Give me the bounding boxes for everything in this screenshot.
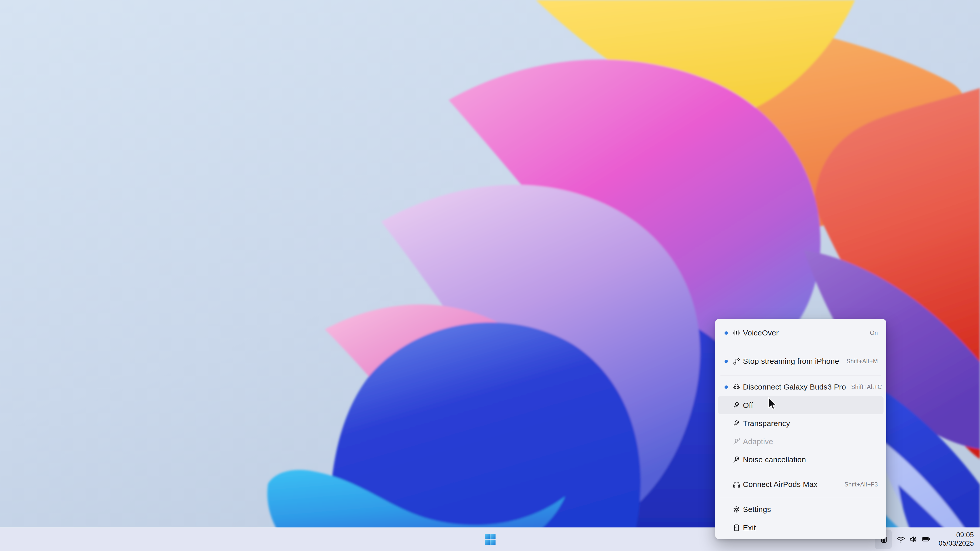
volume-icon [909, 535, 918, 544]
menu-item-label: Adaptive [743, 437, 878, 446]
earbuds-icon [732, 383, 741, 391]
tray-context-menu: VoiceOver On Stop streaming from iPhone … [715, 319, 886, 539]
menu-item-anc-off[interactable]: Off [718, 396, 883, 414]
menu-item-label: Noise cancellation [743, 455, 878, 464]
menu-item-stop-streaming[interactable]: Stop streaming from iPhone Shift+Alt+M [718, 349, 883, 373]
taskbar-clock[interactable]: 09:05 05/03/2025 [939, 531, 974, 548]
menu-separator [721, 471, 881, 471]
active-dot [724, 386, 728, 389]
anc-transparency-icon [732, 419, 741, 428]
menu-item-settings[interactable]: Settings [718, 500, 883, 519]
exit-icon [732, 524, 741, 532]
menu-item-label: VoiceOver [743, 329, 865, 337]
menu-item-label: Off [743, 401, 878, 410]
menu-item-label: Disconnect Galaxy Buds3 Pro [743, 383, 846, 391]
gear-icon [732, 505, 741, 514]
menu-item-label: Connect AirPods Max [743, 480, 839, 489]
menu-item-disconnect-galaxy-buds[interactable]: Disconnect Galaxy Buds3 Pro Shift+Alt+C [718, 378, 883, 396]
menu-item-exit[interactable]: Exit [718, 519, 883, 537]
clock-time: 09:05 [956, 531, 974, 539]
anc-adaptive-icon [732, 437, 741, 446]
windows-start-icon [484, 534, 496, 545]
anc-noise-icon [732, 455, 741, 464]
menu-item-connect-airpods-max[interactable]: Connect AirPods Max Shift+Alt+F3 [718, 473, 883, 495]
menu-item-shortcut: Shift+Alt+C [851, 384, 882, 391]
menu-separator [721, 347, 881, 347]
menu-item-shortcut: Shift+Alt+F3 [845, 481, 878, 488]
menu-item-anc-transparency[interactable]: Transparency [718, 414, 883, 432]
menu-item-state: On [870, 330, 878, 337]
clock-date: 05/03/2025 [939, 539, 974, 548]
menu-item-label: Transparency [743, 419, 878, 428]
voiceover-icon [732, 329, 741, 337]
wifi-icon [896, 535, 905, 544]
battery-icon [921, 535, 931, 544]
system-tray: 09:05 05/03/2025 [875, 527, 980, 551]
menu-item-shortcut: Shift+Alt+M [846, 358, 878, 365]
active-dot [724, 331, 728, 335]
menu-item-anc-adaptive: Adaptive [718, 432, 883, 451]
menu-item-voiceover[interactable]: VoiceOver On [718, 321, 883, 345]
menu-item-label: Stop streaming from iPhone [743, 357, 842, 365]
headphones-icon [732, 480, 741, 489]
mouse-cursor [768, 397, 777, 411]
music-stream-icon [732, 357, 741, 365]
menu-item-label: Settings [743, 505, 878, 514]
menu-item-anc-noise-cancellation[interactable]: Noise cancellation [718, 451, 883, 468]
anc-off-icon [732, 401, 741, 410]
menu-item-label: Exit [743, 524, 878, 532]
tray-system-icons-button[interactable] [894, 530, 932, 549]
active-dot [724, 360, 728, 363]
start-button[interactable] [479, 529, 501, 550]
